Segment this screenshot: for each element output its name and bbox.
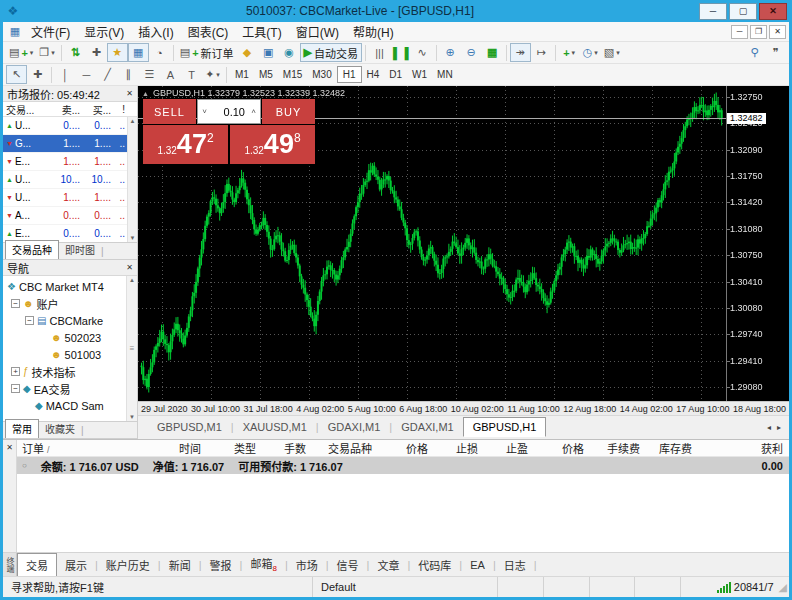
candlestick-button[interactable]: ▌▐ [390,43,412,62]
community-button[interactable]: ❞ [765,43,786,62]
autotrading-button[interactable]: ▶自动交易 [300,43,362,62]
strategy-tester-button[interactable]: ◔ [149,43,170,62]
sell-button[interactable]: SELL [143,99,196,124]
expand-icon[interactable]: + [11,367,20,376]
vertical-line-button[interactable]: │ [55,65,76,84]
tab-trade[interactable]: 交易 [17,553,57,577]
mdi-close-button[interactable]: ✕ [769,25,786,39]
chart-shift-button[interactable]: ↦ [531,43,552,62]
collapse-icon[interactable]: − [11,299,20,308]
menu-insert[interactable]: 插入(I) [131,21,180,42]
nav-item-root[interactable]: ❖ CBC Market MT4 [3,278,126,295]
scroll-up-icon[interactable]: ▲ [129,277,135,283]
menu-charts[interactable]: 图表(C) [181,21,236,42]
mdi-restore-button[interactable]: ❐ [750,25,767,39]
tab-market[interactable]: 市场 [288,554,326,576]
collapse-icon[interactable]: − [11,384,20,393]
search-button[interactable]: ⚲ [744,43,765,62]
scroll-down-icon[interactable]: ▼ [130,235,136,241]
collapse-icon[interactable]: − [25,316,34,325]
tab-common[interactable]: 常用 [5,419,39,438]
history-center-button[interactable]: ▣ [258,43,279,62]
symbol-row[interactable]: ▲U... 0.... 0.... .. [3,117,127,135]
horizontal-line-button[interactable]: ─ [76,65,97,84]
volume-value[interactable]: 0.10 [211,106,247,118]
nav-item-macd-sample[interactable]: ◆ MACD Sam [3,397,126,414]
nav-item-account[interactable]: ☻ 502023 [3,329,126,346]
terminal-vertical-tab[interactable]: 终端 [3,553,17,576]
nav-item-server[interactable]: − ▤ CBCMarke [3,312,126,329]
metaeditor-button[interactable]: ◆ [237,43,258,62]
market-watch-scrollbar[interactable]: ▲ ▼ [127,117,137,242]
timeframe-m1-button[interactable]: M1 [230,67,254,82]
nav-item-accounts[interactable]: − ☻ 账户 [3,295,126,312]
mdi-minimize-button[interactable]: ─ [731,25,748,39]
cursor-button[interactable]: ↖ [6,65,27,84]
tab-signals[interactable]: 信号 [329,554,367,576]
auto-scroll-button[interactable]: ↠ [510,43,531,62]
tab-tick-chart[interactable]: 即时图 [59,241,101,259]
menu-help[interactable]: 帮助(H) [346,21,401,42]
new-chart-button[interactable]: ▤+▾ [6,43,36,62]
buy-button[interactable]: BUY [262,99,315,124]
nav-item-account[interactable]: ☻ 501003 [3,346,126,363]
volume-stepper[interactable]: ˅ 0.10 ˄ [197,99,261,124]
symbol-row[interactable]: ▼E... 1.... 1.... .. [3,153,127,171]
scroll-up-icon[interactable]: ▲ [130,118,136,124]
zoom-out-button[interactable]: ⊖ [461,43,482,62]
timeframe-m30-button[interactable]: M30 [307,67,336,82]
scroll-thumb[interactable]: ≡ [130,344,135,353]
symbol-row-selected[interactable]: ▼G... 1.... 1.... .. [3,135,127,153]
scroll-down-icon[interactable]: ▼ [129,414,135,420]
chart-tab-active[interactable]: GBPUSD,H1 [463,417,547,437]
buy-price[interactable]: 1.32 49 8 [230,125,315,164]
resize-grip-icon[interactable]: ◢ [779,581,787,594]
signals-button[interactable]: ◉ [279,43,300,62]
connection-status[interactable]: 20841/7 ◢ [681,577,789,597]
nav-item-indicators[interactable]: + ƒ 技术指标 [3,363,126,380]
sell-price[interactable]: 1.32 47 2 [143,125,228,164]
terminal-button[interactable]: ▦ [128,43,149,62]
timeframe-h1-button[interactable]: H1 [337,66,362,83]
symbol-row[interactable]: ▼U... 1.... 1.... .. [3,189,127,207]
timeframe-m5-button[interactable]: M5 [254,67,278,82]
volume-down-icon[interactable]: ˅ [198,107,211,116]
menu-window[interactable]: 窗口(W) [289,21,346,42]
timeframe-mn-button[interactable]: MN [432,67,458,82]
tab-exposure[interactable]: 展示 [57,554,95,576]
window-maximize-button[interactable]: ▢ [729,3,757,20]
menu-view[interactable]: 显示(V) [77,21,131,42]
fibonacci-button[interactable]: ☰ [139,65,160,84]
zoom-in-button[interactable]: ⊕ [440,43,461,62]
templates-button[interactable]: ▧▾ [601,43,623,62]
window-close-button[interactable]: ✕ [759,3,787,20]
tab-articles[interactable]: 文章 [369,554,407,576]
close-icon[interactable]: ✕ [126,89,133,98]
new-order-button[interactable]: ▤+新订单 [177,43,237,62]
navigator-button[interactable]: ★ [107,43,128,62]
symbol-row[interactable]: ▲U... 10... 10... .. [3,171,127,189]
trendline-button[interactable]: ╱ [97,65,118,84]
chart-tab[interactable]: GBPUSD,M1 [148,418,231,436]
channel-button[interactable]: ∥ [118,65,139,84]
menu-tools[interactable]: 工具(T) [235,21,288,42]
chart-tab[interactable]: GDAXI,M1 [392,418,463,436]
chart-tab[interactable]: GDAXI,M1 [319,418,390,436]
chart-tab[interactable]: XAUUSD,M1 [234,418,316,436]
tab-mailbox[interactable]: 邮箱8 [242,552,284,576]
navigator-scrollbar[interactable]: ▲ ≡ ▼ [126,276,137,421]
nav-item-expert-advisors[interactable]: − ◆ EA交易 [3,380,126,397]
crosshair-button[interactable]: ✚ [27,65,48,84]
text-button[interactable]: A [160,65,181,84]
window-minimize-button[interactable]: ─ [699,3,727,20]
symbol-row[interactable]: ▼A... 0.... 0.... .. [3,207,127,225]
tab-journal[interactable]: 日志 [496,554,534,576]
data-window-button[interactable]: ✚ [86,43,107,62]
tab-experts[interactable]: EA [462,556,493,574]
collapse-panel-icon[interactable]: ▲ [142,90,149,97]
menu-file[interactable]: 文件(F) [24,21,77,42]
market-watch-button[interactable]: ⇅ [65,43,86,62]
timeframe-d1-button[interactable]: D1 [384,67,407,82]
text-label-button[interactable]: T [181,65,202,84]
indicators-button[interactable]: +▾ [559,43,580,62]
